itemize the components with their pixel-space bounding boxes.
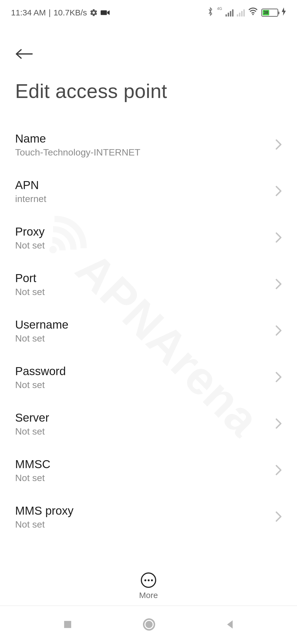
setting-value: Not set bbox=[15, 240, 275, 251]
setting-item-proxy[interactable]: Proxy Not set bbox=[0, 215, 297, 261]
setting-label: Proxy bbox=[15, 225, 275, 238]
setting-value: Touch-Technology-INTERNET bbox=[15, 147, 275, 158]
status-right: 4G 38 bbox=[207, 7, 286, 18]
nav-home-button[interactable] bbox=[142, 617, 156, 633]
chevron-right-icon bbox=[275, 372, 282, 384]
gear-icon bbox=[90, 9, 98, 17]
setting-value: Not set bbox=[15, 473, 275, 483]
status-speed: 10.7KB/s bbox=[54, 8, 87, 17]
setting-item-name[interactable]: Name Touch-Technology-INTERNET bbox=[0, 122, 297, 168]
chevron-right-icon bbox=[275, 465, 282, 477]
signal-sim1-icon bbox=[226, 9, 233, 17]
nav-recent-button[interactable] bbox=[62, 618, 74, 632]
status-time: 11:34 AM bbox=[11, 8, 46, 17]
setting-label: MMSC bbox=[15, 458, 275, 471]
svg-rect-4 bbox=[64, 621, 71, 628]
setting-value: Not set bbox=[15, 519, 275, 530]
chevron-right-icon bbox=[275, 139, 282, 151]
svg-point-6 bbox=[145, 621, 153, 628]
settings-list: Name Touch-Technology-INTERNET APN inter… bbox=[0, 113, 297, 540]
setting-item-password[interactable]: Password Not set bbox=[0, 354, 297, 401]
chevron-right-icon bbox=[275, 185, 282, 198]
setting-item-mms-proxy[interactable]: MMS proxy Not set bbox=[0, 494, 297, 540]
setting-label: APN bbox=[15, 179, 275, 192]
setting-label: Port bbox=[15, 272, 275, 285]
back-button[interactable] bbox=[0, 24, 297, 61]
status-left: 11:34 AM | 10.7KB/s bbox=[11, 8, 110, 17]
setting-value: Not set bbox=[15, 333, 275, 344]
setting-label: Name bbox=[15, 132, 275, 145]
setting-label: MMS proxy bbox=[15, 504, 275, 517]
battery-icon: 38 bbox=[261, 9, 278, 17]
more-button[interactable]: More bbox=[0, 567, 297, 600]
signal-sim2-icon bbox=[237, 9, 245, 17]
network-type-label: 4G bbox=[217, 6, 222, 11]
charging-icon bbox=[282, 7, 286, 18]
status-bar: 11:34 AM | 10.7KB/s 4G 38 bbox=[0, 0, 297, 24]
chevron-right-icon bbox=[275, 279, 282, 291]
setting-item-mmsc[interactable]: MMSC Not set bbox=[0, 447, 297, 494]
setting-label: Server bbox=[15, 411, 275, 424]
svg-point-1 bbox=[252, 14, 254, 15]
status-separator: | bbox=[49, 8, 51, 17]
bluetooth-icon bbox=[207, 7, 214, 18]
svg-rect-0 bbox=[101, 10, 107, 15]
setting-item-server[interactable]: Server Not set bbox=[0, 401, 297, 447]
chevron-right-icon bbox=[275, 511, 282, 523]
wifi-icon bbox=[248, 7, 258, 18]
setting-value: Not set bbox=[15, 286, 275, 297]
setting-label: Password bbox=[15, 365, 275, 378]
setting-item-username[interactable]: Username Not set bbox=[0, 308, 297, 354]
more-label: More bbox=[139, 591, 158, 600]
battery-percent: 38 bbox=[263, 10, 269, 15]
arrow-left-icon bbox=[15, 48, 34, 59]
setting-value: Not set bbox=[15, 380, 275, 390]
setting-item-apn[interactable]: APN internet bbox=[0, 168, 297, 215]
chevron-right-icon bbox=[275, 418, 282, 430]
chevron-right-icon bbox=[275, 232, 282, 244]
setting-value: internet bbox=[15, 193, 275, 204]
setting-item-port[interactable]: Port Not set bbox=[0, 261, 297, 308]
camera-icon bbox=[101, 9, 110, 16]
navigation-bar bbox=[0, 605, 297, 644]
setting-label: Username bbox=[15, 318, 275, 331]
more-icon bbox=[141, 572, 156, 588]
chevron-right-icon bbox=[275, 325, 282, 337]
setting-value: Not set bbox=[15, 426, 275, 437]
page-title: Edit access point bbox=[0, 61, 297, 113]
nav-back-button[interactable] bbox=[224, 618, 235, 632]
